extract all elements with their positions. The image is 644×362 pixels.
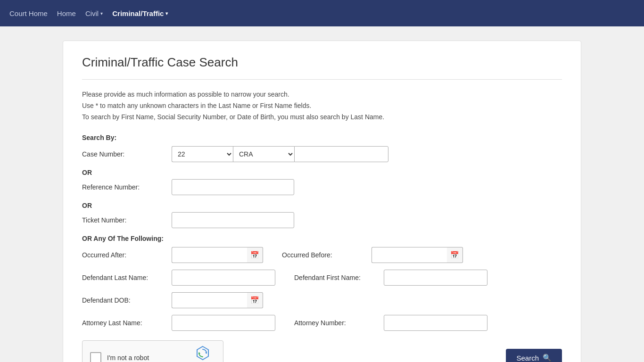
recaptcha-checkbox[interactable] [90, 352, 101, 362]
calendar-icon-dob: 📅 [250, 296, 259, 304]
navigation: Court Home Home Civil ▾ Criminal/Traffic… [0, 0, 644, 26]
search-by-label: Search By: [82, 134, 562, 141]
defendant-dob-calendar-button[interactable]: 📅 [247, 292, 263, 308]
calendar-icon-occurred-after: 📅 [250, 251, 259, 259]
reference-number-label: Reference Number: [82, 183, 167, 191]
or-divider-2: OR [82, 202, 562, 209]
occurred-after-label: Occurred After: [82, 251, 167, 259]
case-number-group: 22 21 20 19 18 CRA CRB TRC TRD [172, 146, 388, 162]
case-number-row: Case Number: 22 21 20 19 18 CRA CRB TRC … [82, 146, 562, 162]
search-icon: 🔍 [543, 354, 552, 362]
attorney-last-name-input[interactable] [172, 315, 275, 331]
page-title: Criminal/Traffic Case Search [82, 55, 562, 70]
attorney-last-name-label: Attorney Last Name: [82, 319, 167, 327]
search-card: Criminal/Traffic Case Search Please prov… [63, 41, 581, 362]
ticket-number-row: Ticket Number: [82, 212, 562, 228]
defendant-last-name-label: Defendant Last Name: [82, 274, 167, 281]
svg-marker-0 [205, 352, 207, 354]
instructions: Please provide as much information as po… [82, 89, 562, 123]
case-year-select[interactable]: 22 21 20 19 18 [172, 146, 233, 162]
occurred-before-label: Occurred Before: [282, 251, 367, 259]
defendant-dob-group: 📅 [172, 292, 263, 308]
case-number-label: Case Number: [82, 150, 167, 158]
case-type-select[interactable]: CRA CRB TRC TRD [233, 146, 294, 162]
instruction-line-3: To search by First Name, Social Security… [82, 112, 562, 123]
criminal-traffic-caret-icon: ▾ [165, 11, 168, 16]
reference-number-input[interactable] [172, 179, 294, 195]
occurred-row: Occurred After: 📅 Occurred Before: 📅 [82, 247, 562, 263]
occurred-after-group: 📅 [172, 247, 263, 263]
instruction-line-1: Please provide as much information as po… [82, 89, 562, 100]
nav-court-home[interactable]: Court Home [9, 9, 48, 17]
defendant-dob-input[interactable] [172, 292, 247, 308]
search-button[interactable]: Search 🔍 [506, 349, 562, 362]
occurred-before-input[interactable] [372, 247, 447, 263]
nav-home[interactable]: Home [57, 9, 76, 17]
defendant-first-name-label: Defendant First Name: [294, 274, 379, 281]
or-any-label: OR Any Of The Following: [82, 235, 562, 242]
or-divider-1: OR [82, 169, 562, 176]
defendant-last-name-input[interactable] [172, 270, 275, 286]
nav-criminal-traffic-label: Criminal/Traffic [112, 9, 164, 17]
case-number-input[interactable] [294, 146, 388, 162]
attorney-number-label: Attorney Number: [294, 319, 379, 327]
ticket-number-input[interactable] [172, 212, 294, 228]
calendar-icon-occurred-before: 📅 [450, 251, 459, 259]
defendant-first-name-input[interactable] [384, 270, 487, 286]
nav-criminal-traffic-dropdown[interactable]: Criminal/Traffic ▾ [112, 9, 168, 17]
recaptcha-label: I'm not a robot [107, 354, 149, 362]
nav-civil-label: Civil [85, 9, 99, 17]
occurred-before-calendar-button[interactable]: 📅 [447, 247, 463, 263]
recaptcha-logo-icon [195, 346, 210, 361]
occurred-after-input[interactable] [172, 247, 247, 263]
instruction-line-2: Use * to match any unknown characters in… [82, 100, 562, 112]
ticket-number-label: Ticket Number: [82, 216, 167, 224]
occurred-before-group: 📅 [372, 247, 463, 263]
defendant-dob-label: Defendant DOB: [82, 296, 167, 304]
defendant-name-row: Defendant Last Name: Defendant First Nam… [82, 270, 562, 286]
nav-civil-dropdown[interactable]: Civil ▾ [85, 9, 103, 17]
title-divider [82, 79, 562, 80]
reference-number-row: Reference Number: [82, 179, 562, 195]
defendant-dob-row: Defendant DOB: 📅 [82, 292, 562, 308]
bottom-row: I'm not a robot reCAPTCHAPrivacy - Terms… [82, 340, 562, 362]
attorney-row: Attorney Last Name: Attorney Number: [82, 315, 562, 331]
svg-marker-1 [198, 352, 200, 354]
recaptcha-logo: reCAPTCHAPrivacy - Terms [190, 346, 215, 362]
occurred-after-calendar-button[interactable]: 📅 [247, 247, 263, 263]
search-button-label: Search [516, 354, 539, 362]
attorney-number-input[interactable] [384, 315, 487, 331]
recaptcha-widget[interactable]: I'm not a robot reCAPTCHAPrivacy - Terms [82, 340, 223, 362]
civil-caret-icon: ▾ [100, 11, 103, 16]
